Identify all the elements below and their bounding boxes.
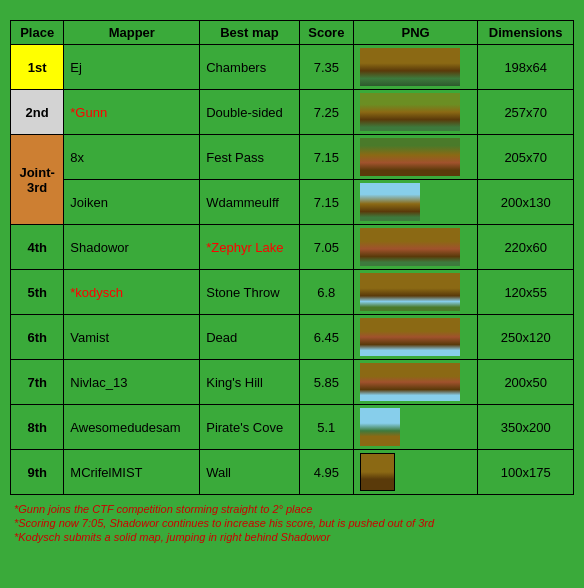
footnote: *Scoring now 7:05, Shadowor continues to… xyxy=(14,517,570,529)
place-cell: Joint-3rd xyxy=(11,135,64,225)
score-cell: 6.8 xyxy=(299,270,353,315)
mapper-cell: 8x xyxy=(64,135,200,180)
table-row: 5th*kodyschStone Throw6.8120x55 xyxy=(11,270,574,315)
score-cell: 7.05 xyxy=(299,225,353,270)
footnote: *Gunn joins the CTF competition storming… xyxy=(14,503,570,515)
map-thumbnail xyxy=(360,183,420,221)
score-cell: 5.85 xyxy=(299,360,353,405)
column-header-place: Place xyxy=(11,21,64,45)
table-row: Joint-3rd8xFest Pass7.15205x70 xyxy=(11,135,574,180)
place-cell: 9th xyxy=(11,450,64,495)
column-header-score: Score xyxy=(299,21,353,45)
column-header-png: PNG xyxy=(353,21,478,45)
leaderboard-table: PlaceMapperBest mapScorePNGDimensions 1s… xyxy=(10,20,574,495)
place-cell: 2nd xyxy=(11,90,64,135)
map-thumbnail xyxy=(360,228,460,266)
footnotes: *Gunn joins the CTF competition storming… xyxy=(10,503,574,543)
dimensions-cell: 120x55 xyxy=(478,270,574,315)
dimensions-cell: 100x175 xyxy=(478,450,574,495)
table-header: PlaceMapperBest mapScorePNGDimensions xyxy=(11,21,574,45)
place-cell: 5th xyxy=(11,270,64,315)
mapper-cell: Joiken xyxy=(64,180,200,225)
png-cell xyxy=(353,135,478,180)
column-header-best-map: Best map xyxy=(200,21,300,45)
bestmap-cell: Chambers xyxy=(200,45,300,90)
map-thumbnail xyxy=(360,363,460,401)
map-thumbnail xyxy=(360,93,460,131)
mapper-cell: MCrifelMIST xyxy=(64,450,200,495)
bestmap-cell: Wdammeulff xyxy=(200,180,300,225)
score-cell: 6.45 xyxy=(299,315,353,360)
png-cell xyxy=(353,90,478,135)
bestmap-cell: Stone Throw xyxy=(200,270,300,315)
map-thumbnail xyxy=(360,408,400,446)
bestmap-cell: King's Hill xyxy=(200,360,300,405)
place-cell: 1st xyxy=(11,45,64,90)
bestmap-cell: Dead xyxy=(200,315,300,360)
mapper-cell: *Gunn xyxy=(64,90,200,135)
place-cell: 8th xyxy=(11,405,64,450)
png-cell xyxy=(353,270,478,315)
png-cell xyxy=(353,450,478,495)
dimensions-cell: 350x200 xyxy=(478,405,574,450)
png-cell xyxy=(353,225,478,270)
score-cell: 5.1 xyxy=(299,405,353,450)
dimensions-cell: 257x70 xyxy=(478,90,574,135)
place-cell: 7th xyxy=(11,360,64,405)
place-cell: 6th xyxy=(11,315,64,360)
footnote: *Kodysch submits a solid map, jumping in… xyxy=(14,531,570,543)
place-cell: 4th xyxy=(11,225,64,270)
mapper-cell: Shadowor xyxy=(64,225,200,270)
png-cell xyxy=(353,315,478,360)
column-header-dimensions: Dimensions xyxy=(478,21,574,45)
map-thumbnail xyxy=(360,273,460,311)
table-row: 6thVamistDead6.45250x120 xyxy=(11,315,574,360)
table-row: 4thShadowor*Zephyr Lake7.05220x60 xyxy=(11,225,574,270)
mapper-cell: Vamist xyxy=(64,315,200,360)
map-thumbnail xyxy=(360,453,395,491)
bestmap-cell: Double-sided xyxy=(200,90,300,135)
dimensions-cell: 220x60 xyxy=(478,225,574,270)
score-cell: 7.25 xyxy=(299,90,353,135)
dimensions-cell: 198x64 xyxy=(478,45,574,90)
bestmap-cell: Wall xyxy=(200,450,300,495)
table-row: 8thAwesomedudesamPirate's Cove5.1350x200 xyxy=(11,405,574,450)
dimensions-cell: 250x120 xyxy=(478,315,574,360)
bestmap-cell: Pirate's Cove xyxy=(200,405,300,450)
table-row: 9thMCrifelMISTWall4.95100x175 xyxy=(11,450,574,495)
table-row: 2nd*GunnDouble-sided7.25257x70 xyxy=(11,90,574,135)
mapper-cell: *kodysch xyxy=(64,270,200,315)
map-thumbnail xyxy=(360,318,460,356)
png-cell xyxy=(353,405,478,450)
dimensions-cell: 205x70 xyxy=(478,135,574,180)
score-cell: 7.15 xyxy=(299,135,353,180)
map-thumbnail xyxy=(360,48,460,86)
table-row: 7thNivlac_13King's Hill5.85200x50 xyxy=(11,360,574,405)
png-cell xyxy=(353,360,478,405)
png-cell xyxy=(353,180,478,225)
bestmap-cell: *Zephyr Lake xyxy=(200,225,300,270)
mapper-cell: Awesomedudesam xyxy=(64,405,200,450)
score-cell: 7.15 xyxy=(299,180,353,225)
dimensions-cell: 200x130 xyxy=(478,180,574,225)
dimensions-cell: 200x50 xyxy=(478,360,574,405)
png-cell xyxy=(353,45,478,90)
table-row: 1stEjChambers7.35198x64 xyxy=(11,45,574,90)
score-cell: 4.95 xyxy=(299,450,353,495)
score-cell: 7.35 xyxy=(299,45,353,90)
map-thumbnail xyxy=(360,138,460,176)
table-row: JoikenWdammeulff7.15200x130 xyxy=(11,180,574,225)
mapper-cell: Nivlac_13 xyxy=(64,360,200,405)
mapper-cell: Ej xyxy=(64,45,200,90)
bestmap-cell: Fest Pass xyxy=(200,135,300,180)
column-header-mapper: Mapper xyxy=(64,21,200,45)
